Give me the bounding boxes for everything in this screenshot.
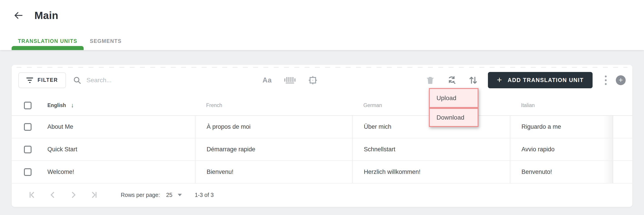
row-checkbox[interactable] bbox=[24, 146, 32, 153]
select-all-cell bbox=[12, 96, 36, 115]
pagination-range: 1-3 of 3 bbox=[195, 192, 214, 198]
last-page-icon bbox=[90, 191, 98, 199]
table-row[interactable]: Welcome! Bienvenu! Herzlich willkommen! … bbox=[12, 161, 632, 184]
add-circle-button[interactable]: + bbox=[616, 75, 626, 85]
first-page-icon bbox=[28, 191, 36, 199]
title-row: Main bbox=[0, 0, 644, 22]
search-option-icons: Aa bbox=[261, 74, 319, 86]
rows-per-page-select[interactable]: 25 bbox=[166, 192, 182, 198]
table-body: About Me À propos de moi Über mich Rigua… bbox=[12, 116, 632, 184]
cell-italian[interactable]: Avvio rapido bbox=[510, 138, 613, 160]
filter-button-label: FILTER bbox=[38, 77, 58, 83]
cell-spacer bbox=[613, 161, 632, 183]
menu-item-download[interactable]: Download bbox=[429, 108, 478, 127]
frame-crosshair-glyph bbox=[308, 75, 318, 85]
translation-units-card: FILTER Aa bbox=[12, 65, 632, 207]
sort-desc-icon[interactable]: ↓ bbox=[71, 102, 74, 109]
column-header-italian[interactable]: Italian bbox=[510, 96, 613, 115]
plus-icon: + bbox=[497, 76, 502, 84]
search-icon bbox=[73, 76, 82, 85]
table-footer: Rows per page: 25 1-3 of 3 bbox=[12, 184, 632, 206]
next-page-button[interactable] bbox=[69, 190, 78, 199]
whole-word-bars bbox=[284, 77, 296, 83]
table-header-row: English ↓ French German Italian bbox=[12, 96, 632, 116]
find-replace-button[interactable] bbox=[446, 74, 458, 86]
table-header: English ↓ French German Italian bbox=[12, 96, 632, 116]
page: Main TRANSLATION UNITS SEGMENTS FILTER bbox=[0, 0, 644, 207]
add-translation-unit-button[interactable]: + ADD TRANSLATION UNIT bbox=[488, 72, 592, 88]
cell-french[interactable]: Bienvenu! bbox=[195, 161, 352, 183]
whole-word-icon[interactable] bbox=[284, 74, 296, 86]
chevron-down-icon bbox=[178, 194, 182, 196]
select-all-checkbox[interactable] bbox=[24, 102, 32, 109]
page-title: Main bbox=[34, 10, 58, 22]
cell-spacer bbox=[613, 116, 632, 138]
pagination-controls bbox=[28, 190, 98, 199]
delete-button[interactable] bbox=[424, 74, 436, 86]
table-row[interactable]: About Me À propos de moi Über mich Rigua… bbox=[12, 116, 632, 138]
upload-download-menu: Upload Download bbox=[429, 88, 478, 127]
tab-label: SEGMENTS bbox=[90, 38, 122, 44]
cell-french[interactable]: À propos de moi bbox=[195, 116, 352, 138]
cell-spacer bbox=[613, 138, 632, 160]
import-export-button[interactable] bbox=[467, 74, 480, 86]
previous-page-button[interactable] bbox=[48, 190, 57, 199]
tab-bar: TRANSLATION UNITS SEGMENTS bbox=[12, 38, 128, 50]
row-checkbox[interactable] bbox=[24, 168, 32, 176]
chevron-right-icon bbox=[69, 191, 78, 199]
main-content: FILTER Aa bbox=[0, 50, 644, 207]
column-header-french[interactable]: French bbox=[195, 96, 352, 115]
find-replace-icon bbox=[446, 75, 457, 85]
more-options-button[interactable] bbox=[600, 72, 612, 88]
tab-translation-units[interactable]: TRANSLATION UNITS bbox=[12, 38, 84, 50]
action-icons bbox=[424, 74, 480, 86]
table-row[interactable]: Quick Start Démarrage rapide Schnellstar… bbox=[12, 138, 632, 161]
chevron-left-icon bbox=[48, 191, 57, 199]
rows-per-page-label: Rows per page: bbox=[121, 192, 160, 198]
row-checkbox[interactable] bbox=[24, 123, 32, 131]
column-header-spacer bbox=[613, 96, 632, 115]
kebab-menu-icon bbox=[605, 76, 607, 77]
add-translation-unit-label: ADD TRANSLATION UNIT bbox=[508, 77, 584, 83]
cell-italian[interactable]: Benvenuto! bbox=[510, 161, 613, 183]
toolbar: FILTER Aa bbox=[12, 65, 632, 96]
match-case-icon[interactable]: Aa bbox=[261, 74, 274, 86]
search-box bbox=[73, 76, 256, 85]
first-page-button[interactable] bbox=[28, 190, 37, 199]
exact-match-frame-icon[interactable] bbox=[306, 74, 319, 86]
back-button[interactable] bbox=[13, 10, 24, 21]
cell-french[interactable]: Démarrage rapide bbox=[195, 138, 352, 160]
menu-item-upload[interactable]: Upload bbox=[429, 88, 478, 108]
tab-segments[interactable]: SEGMENTS bbox=[84, 38, 128, 50]
trash-icon bbox=[425, 75, 435, 85]
app-header: Main TRANSLATION UNITS SEGMENTS bbox=[0, 0, 644, 50]
cell-german[interactable]: Schnellstart bbox=[352, 138, 510, 160]
import-export-icon bbox=[468, 75, 478, 85]
cell-english[interactable]: About Me bbox=[36, 116, 195, 138]
column-header-english[interactable]: English ↓ bbox=[36, 96, 195, 115]
cell-italian[interactable]: Riguardo a me bbox=[510, 116, 613, 138]
tab-label: TRANSLATION UNITS bbox=[18, 38, 77, 44]
active-tab-indicator bbox=[12, 46, 84, 50]
cell-english[interactable]: Quick Start bbox=[36, 138, 195, 160]
last-page-button[interactable] bbox=[90, 190, 98, 199]
filter-icon bbox=[26, 78, 33, 83]
arrow-left-icon bbox=[14, 10, 23, 20]
rows-per-page-value: 25 bbox=[166, 192, 172, 198]
search-input[interactable] bbox=[86, 77, 256, 84]
filter-button[interactable]: FILTER bbox=[18, 72, 66, 88]
cell-german[interactable]: Herzlich willkommen! bbox=[352, 161, 510, 183]
cell-english[interactable]: Welcome! bbox=[36, 161, 195, 183]
